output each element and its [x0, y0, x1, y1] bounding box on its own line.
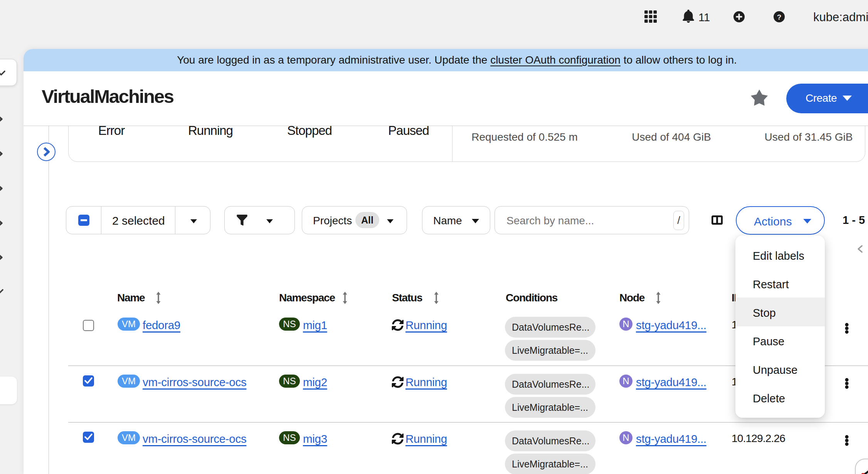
svg-text:?: ?: [777, 13, 782, 21]
